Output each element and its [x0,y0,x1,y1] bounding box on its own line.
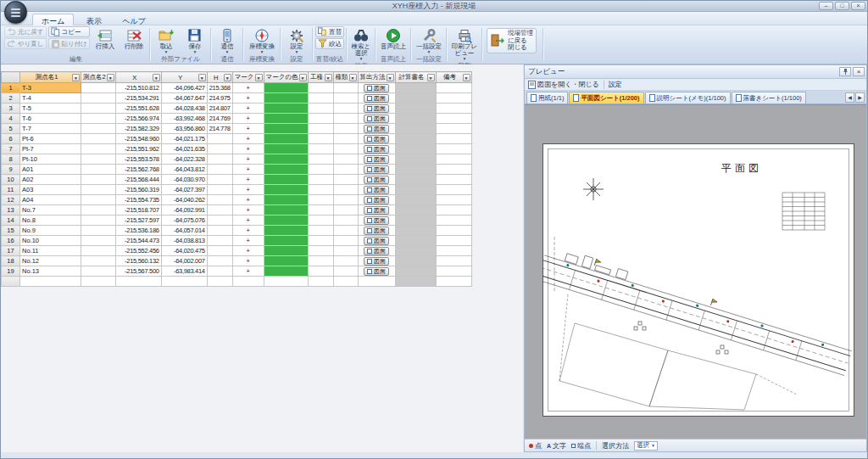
cell-h[interactable] [207,144,232,154]
cell-work-type[interactable] [308,205,333,216]
cell-y[interactable]: -64,020.475 [161,246,207,256]
cell-kind[interactable] [333,124,358,134]
cell-mark[interactable]: + [232,124,264,134]
cell-point-name1[interactable]: T-6 [20,114,81,124]
cell-report-name[interactable] [395,277,436,287]
cell-kind[interactable] [333,216,358,226]
row-number-cell[interactable]: 14 [2,216,20,226]
cell-kind[interactable] [333,226,358,236]
row-number-cell[interactable]: 8 [2,154,20,165]
cell-note[interactable] [436,104,471,114]
drawing-button[interactable]: 図面 [364,135,389,143]
cell-point-name1[interactable]: A04 [20,195,81,205]
row-number-cell[interactable]: 7 [2,144,20,154]
cell-note[interactable] [436,246,471,256]
drawing-button[interactable]: 図面 [364,247,389,255]
cell-report-name[interactable] [395,144,436,154]
cell-point-name2[interactable] [81,165,116,175]
cell-note[interactable] [436,226,471,236]
cell-point-name1[interactable]: T-7 [20,124,81,134]
cell-point-name1[interactable]: No.12 [20,256,81,266]
snap-text-toggle[interactable]: A 文字 [547,441,566,451]
cell-work-type[interactable] [308,226,333,236]
cell-point-name2[interactable] [81,246,116,256]
cell-x[interactable]: -215,552.456 [115,246,161,256]
cell-x[interactable]: -215,560.132 [115,256,161,266]
cell-mark[interactable]: + [232,144,264,154]
cell-work-type[interactable] [308,124,333,134]
cell-work-type[interactable] [308,266,333,277]
cell-kind[interactable] [333,144,358,154]
row-number-cell[interactable]: 15 [2,226,20,236]
cell-mark-color[interactable] [264,216,308,226]
cell-calc-method[interactable]: 図面 [358,185,395,195]
cell-work-type[interactable] [308,216,333,226]
cell-point-name2[interactable] [81,93,116,104]
preview-tab[interactable]: 説明シート(メモ)(1/100) [645,92,731,104]
cell-mark-color[interactable] [264,114,308,124]
cell-mark[interactable]: + [232,104,264,114]
cell-y[interactable]: -64,038.813 [161,236,207,246]
drawing-button[interactable]: 図面 [364,186,389,194]
filter-button[interactable]: 絞込 [315,38,344,49]
cell-work-type[interactable] [308,165,333,175]
column-header-mark-color[interactable]: マークの色▼ [264,72,308,83]
cell-point-name2[interactable] [81,266,116,277]
cell-work-type[interactable] [308,175,333,185]
column-header-name1[interactable]: 測点名1▼ [20,72,81,83]
cell-calc-method[interactable]: 図面 [358,205,395,216]
cell-kind[interactable] [333,195,358,205]
cell-h[interactable] [207,185,232,195]
row-number-cell[interactable]: 12 [2,195,20,205]
cell-h[interactable]: 214.975 [207,93,232,104]
preview-tab[interactable]: 落書きシート(1/100) [732,92,806,104]
cell-mark-color[interactable] [264,124,308,134]
coord-convert-button[interactable]: 座標変換 ▼ [246,26,278,55]
cell-mark[interactable]: + [232,266,264,277]
row-number-cell[interactable]: 5 [2,124,20,134]
cell-point-name1[interactable]: No.8 [20,216,81,226]
cell-point-name1[interactable]: A02 [20,175,81,185]
cell-point-name1[interactable]: A01 [20,165,81,175]
cell-kind[interactable] [333,277,358,287]
cell-note[interactable] [436,277,471,287]
cell-mark-color[interactable] [264,256,308,266]
drawing-button[interactable]: 図面 [364,125,389,133]
row-number-cell[interactable]: 6 [2,134,20,144]
tab-scroll-left-icon[interactable]: ◀ [845,92,854,103]
cell-point-name2[interactable] [81,216,116,226]
cell-mark-color[interactable] [264,205,308,216]
search-select-button[interactable]: 検索と選択 ▼ [349,26,373,62]
cell-mark-color[interactable] [264,144,308,154]
cell-y[interactable]: -64,043.812 [161,165,207,175]
cell-note[interactable] [436,195,471,205]
cell-x[interactable]: -215,553.578 [115,154,161,165]
cell-y[interactable]: -64,057.014 [161,226,207,236]
cell-h[interactable]: 214.807 [207,104,232,114]
cell-y[interactable]: -64,021.175 [161,134,207,144]
snap-point-toggle[interactable]: 点 [529,441,542,451]
cell-mark[interactable]: + [232,114,264,124]
cell-report-name[interactable] [395,185,436,195]
cell-h[interactable] [207,277,232,287]
row-number-cell[interactable]: 10 [2,175,20,185]
cell-calc-method[interactable]: 図面 [358,216,395,226]
cell-point-name1[interactable]: No.13 [20,266,81,277]
cell-work-type[interactable] [308,246,333,256]
cell-mark[interactable]: + [232,165,264,175]
cell-kind[interactable] [333,185,358,195]
cell-point-name1[interactable]: No.9 [20,226,81,236]
cell-h[interactable] [207,266,232,277]
cell-y[interactable]: -64,027.397 [161,185,207,195]
cell-work-type[interactable] [308,185,333,195]
cell-mark[interactable]: + [232,216,264,226]
cell-y[interactable]: -64,096.427 [161,83,207,93]
cell-report-name[interactable] [395,216,436,226]
cell-calc-method[interactable]: 図面 [358,266,395,277]
cell-calc-method[interactable]: 図面 [358,226,395,236]
cell-h[interactable] [207,195,232,205]
cell-x[interactable]: -215,551.962 [115,144,161,154]
open-close-drawing-menu[interactable]: 図面を開く・閉じる [528,80,599,89]
cell-kind[interactable] [333,256,358,266]
drawing-button[interactable]: 図面 [364,155,389,164]
